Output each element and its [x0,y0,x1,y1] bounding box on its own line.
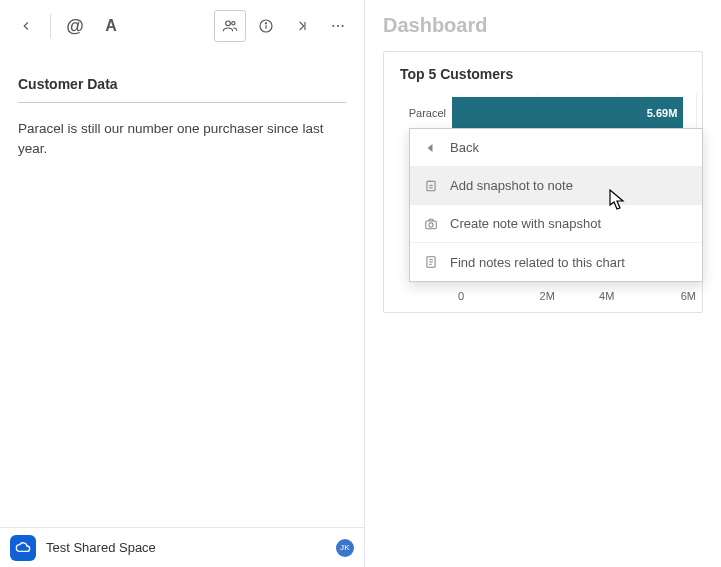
svg-point-4 [265,23,266,24]
document-icon [422,255,440,269]
chart-tick: 4M [577,290,637,302]
menu-item-label: Create note with snapshot [450,216,601,231]
menu-item-back[interactable]: Back [410,129,702,167]
chart-tick: 2M [518,290,578,302]
svg-point-1 [232,22,235,25]
svg-point-0 [226,21,231,26]
note-body[interactable]: Paracel is still our number one purchase… [18,103,346,160]
more-horizontal-icon [330,18,346,34]
back-button[interactable] [10,10,42,42]
chart-bar-row: Paracel 5.69M [398,94,696,132]
svg-point-7 [337,25,339,27]
space-name: Test Shared Space [46,540,326,555]
svg-point-6 [332,25,334,27]
svg-rect-9 [427,181,435,190]
arrow-left-icon [422,142,440,154]
svg-point-16 [429,222,433,226]
collapse-right-icon [295,19,309,33]
mention-button[interactable]: @ [59,10,91,42]
menu-item-find-notes[interactable]: Find notes related to this chart [410,243,702,281]
more-button[interactable] [322,10,354,42]
chart-bar-label: Paracel [398,107,452,119]
right-pane: Dashboard Top 5 Customers Paracel 5.69M [365,0,721,567]
text-style-button[interactable]: A [95,10,127,42]
toolbar: @ A [0,0,364,52]
chart-bar-value: 5.69M [647,107,678,119]
note-title[interactable]: Customer Data [18,52,346,103]
separator [50,14,51,38]
menu-item-label: Back [450,140,479,155]
svg-point-8 [342,25,344,27]
space-badge[interactable] [10,535,36,561]
collapse-button[interactable] [286,10,318,42]
chart-axis: 0 2M 4M 6M [458,284,696,302]
chart-tick: 6M [637,290,697,302]
menu-item-add-snapshot[interactable]: Add snapshot to note [410,167,702,205]
people-icon [222,18,238,34]
note-area: Customer Data Paracel is still our numbe… [0,52,364,567]
menu-item-create-note[interactable]: Create note with snapshot [410,205,702,243]
user-avatar[interactable]: JK [336,539,354,557]
chart-title: Top 5 Customers [398,66,696,82]
info-icon [258,18,274,34]
footer: Test Shared Space JK [0,527,364,567]
note-add-icon [422,179,440,193]
dashboard-title: Dashboard [365,0,721,43]
context-menu: Back Add snapshot to note Create note wi… [409,128,703,282]
people-button[interactable] [214,10,246,42]
menu-item-label: Find notes related to this chart [450,255,625,270]
menu-item-label: Add snapshot to note [450,178,573,193]
info-button[interactable] [250,10,282,42]
chart-bar[interactable]: 5.69M [452,97,683,129]
camera-icon [422,217,440,231]
chevron-left-icon [19,19,33,33]
left-pane: @ A Customer Data Paracel is still our n… [0,0,365,567]
chart-tick: 0 [458,290,518,302]
svg-rect-15 [426,221,437,229]
cloud-icon [15,540,31,556]
